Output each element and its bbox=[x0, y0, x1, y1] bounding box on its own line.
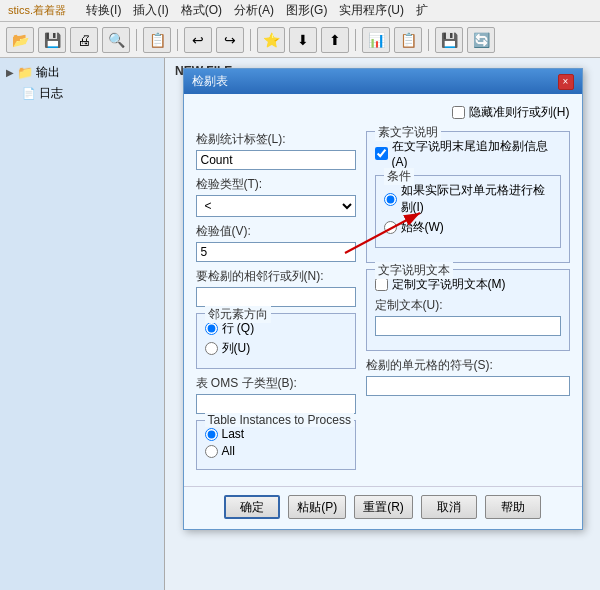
log-label: 日志 bbox=[39, 85, 63, 102]
tree-item-log[interactable]: 📄 日志 bbox=[4, 83, 160, 104]
open-button[interactable]: 📂 bbox=[6, 27, 34, 53]
two-col-layout: 检剔统计标签(L): 检验类型(T): < > = ≠ bbox=[196, 131, 570, 476]
menu-insert[interactable]: 插入(I) bbox=[133, 2, 168, 19]
condition-always-radio-input[interactable] bbox=[384, 221, 397, 234]
instance-all-label: All bbox=[222, 444, 235, 458]
instance-all-radio: All bbox=[205, 444, 347, 458]
oms-input[interactable] bbox=[196, 394, 356, 414]
value-input[interactable] bbox=[196, 242, 356, 262]
save-button[interactable]: 💾 bbox=[38, 27, 66, 53]
direction-col-radio: 列(U) bbox=[205, 340, 347, 357]
dialog-body: 隐藏准则行或列(H) 检剔统计标签(L): bbox=[184, 94, 582, 486]
table-instances-title: Table Instances to Process bbox=[205, 413, 354, 427]
export-button[interactable]: 💾 bbox=[435, 27, 463, 53]
refresh-button[interactable]: 🔄 bbox=[467, 27, 495, 53]
menu-format[interactable]: 格式(O) bbox=[181, 2, 222, 19]
cancel-button[interactable]: 取消 bbox=[421, 495, 477, 519]
neighbor-label: 要检剔的相邻行或列(N): bbox=[196, 268, 356, 285]
menu-convert[interactable]: 转换(I) bbox=[86, 2, 121, 19]
add-info-label: 在文字说明末尾追加检剔信息(A) bbox=[392, 138, 561, 169]
output-icon: 📁 bbox=[17, 65, 33, 80]
element-desc-group: 素文字说明 在文字说明末尾追加检剔信息(A) 条件 bbox=[366, 131, 570, 263]
paste-button[interactable]: 📋 bbox=[143, 27, 171, 53]
direction-col-radio-input[interactable] bbox=[205, 342, 218, 355]
add-info-checkbox-row: 在文字说明末尾追加检剔信息(A) bbox=[375, 138, 561, 169]
check-table-dialog: 检剔表 × 隐藏准则行或列(H) bbox=[183, 68, 583, 530]
hide-row-col-checkbox[interactable] bbox=[452, 106, 465, 119]
oms-row: 表 OMS 子类型(B): bbox=[196, 375, 356, 414]
left-panel: ▶ 📁 输出 📄 日志 bbox=[0, 58, 165, 590]
cell-symbol-input[interactable] bbox=[366, 376, 570, 396]
condition-if-label: 如果实际已对单元格进行检剔(I) bbox=[401, 182, 552, 216]
sep5 bbox=[428, 29, 429, 51]
oms-label: 表 OMS 子类型(B): bbox=[196, 375, 356, 392]
type-select[interactable]: < > = ≠ ≤ ≥ bbox=[196, 195, 356, 217]
dialog-close-button[interactable]: × bbox=[558, 74, 574, 90]
output-label: 输出 bbox=[36, 64, 60, 81]
condition-group: 条件 如果实际已对单元格进行检剔(I) 始终(W) bbox=[375, 175, 561, 248]
instance-last-radio-input[interactable] bbox=[205, 428, 218, 441]
table-instances-group: Table Instances to Process Last All bbox=[196, 420, 356, 470]
custom-text-checkbox[interactable] bbox=[375, 278, 388, 291]
instance-last-radio: Last bbox=[205, 427, 347, 441]
print-button[interactable]: 🖨 bbox=[70, 27, 98, 53]
condition-always-radio: 始终(W) bbox=[384, 219, 552, 236]
custom-text-input-label: 定制文本(U): bbox=[375, 297, 561, 314]
app-title: stics.着着器 bbox=[8, 3, 66, 18]
help-button[interactable]: 帮助 bbox=[485, 495, 541, 519]
search-button[interactable]: 🔍 bbox=[102, 27, 130, 53]
instance-last-label: Last bbox=[222, 427, 245, 441]
menu-utility[interactable]: 实用程序(U) bbox=[339, 2, 404, 19]
direction-col-label: 列(U) bbox=[222, 340, 251, 357]
hide-row-col-label: 隐藏准则行或列(H) bbox=[469, 104, 570, 121]
down-button[interactable]: ⬇ bbox=[289, 27, 317, 53]
chart-button[interactable]: 📊 bbox=[362, 27, 390, 53]
tag-input[interactable] bbox=[196, 150, 356, 170]
custom-text-row: 定制文本(U): bbox=[375, 297, 561, 336]
type-row: 检验类型(T): < > = ≠ ≤ ≥ bbox=[196, 176, 356, 217]
reset-button[interactable]: 重置(R) bbox=[354, 495, 413, 519]
neighbor-row: 要检剔的相邻行或列(N): bbox=[196, 268, 356, 307]
tag-row: 检剔统计标签(L): bbox=[196, 131, 356, 170]
dialog-title: 检剔表 bbox=[192, 73, 228, 90]
undo-button[interactable]: ↩ bbox=[184, 27, 212, 53]
tag-label: 检剔统计标签(L): bbox=[196, 131, 356, 148]
confirm-button[interactable]: 确定 bbox=[224, 495, 280, 519]
type-label: 检验类型(T): bbox=[196, 176, 356, 193]
right-column: 素文字说明 在文字说明末尾追加检剔信息(A) 条件 bbox=[366, 131, 570, 476]
hide-row-col-checkbox-row: 隐藏准则行或列(H) bbox=[452, 104, 570, 121]
table-button[interactable]: 📋 bbox=[394, 27, 422, 53]
custom-text-input[interactable] bbox=[375, 316, 561, 336]
add-info-checkbox[interactable] bbox=[375, 147, 388, 160]
condition-if-radio-input[interactable] bbox=[384, 193, 397, 206]
dialog-title-bar: 检剔表 × bbox=[184, 69, 582, 94]
menu-bar: stics.着着器 转换(I) 插入(I) 格式(O) 分析(A) 图形(G) … bbox=[0, 0, 600, 22]
neighbor-input[interactable] bbox=[196, 287, 356, 307]
text-desc-group: 文字说明文本 定制文字说明文本(M) 定制文本(U): bbox=[366, 269, 570, 351]
main-area: ▶ 📁 输出 📄 日志 NEW FILE. 检剔表 × bbox=[0, 58, 600, 590]
element-desc-title: 素文字说明 bbox=[375, 124, 441, 141]
menu-analyze[interactable]: 分析(A) bbox=[234, 2, 274, 19]
menu-extra[interactable]: 扩 bbox=[416, 2, 428, 19]
cell-symbol-row: 检剔的单元格的符号(S): bbox=[366, 357, 570, 396]
redo-button[interactable]: ↪ bbox=[216, 27, 244, 53]
dialog-buttons: 确定 粘贴(P) 重置(R) 取消 帮助 bbox=[184, 486, 582, 529]
sep2 bbox=[177, 29, 178, 51]
condition-always-label: 始终(W) bbox=[401, 219, 444, 236]
toolbar: 📂 💾 🖨 🔍 📋 ↩ ↪ ⭐ ⬇ ⬆ 📊 📋 💾 🔄 bbox=[0, 22, 600, 58]
condition-if-radio: 如果实际已对单元格进行检剔(I) bbox=[384, 182, 552, 216]
sep1 bbox=[136, 29, 137, 51]
dialog-overlay: 检剔表 × 隐藏准则行或列(H) bbox=[165, 58, 600, 590]
up-button[interactable]: ⬆ bbox=[321, 27, 349, 53]
direction-row-radio-input[interactable] bbox=[205, 322, 218, 335]
paste-button[interactable]: 粘贴(P) bbox=[288, 495, 346, 519]
condition-title: 条件 bbox=[384, 168, 414, 185]
instance-all-radio-input[interactable] bbox=[205, 445, 218, 458]
element-direction-title: 邻元素方向 bbox=[205, 306, 271, 323]
star-button[interactable]: ⭐ bbox=[257, 27, 285, 53]
element-direction-group: 邻元素方向 行 (Q) 列(U) bbox=[196, 313, 356, 369]
tree-item-output[interactable]: ▶ 📁 输出 bbox=[4, 62, 160, 83]
sep3 bbox=[250, 29, 251, 51]
menu-chart[interactable]: 图形(G) bbox=[286, 2, 327, 19]
text-desc-title: 文字说明文本 bbox=[375, 262, 453, 279]
